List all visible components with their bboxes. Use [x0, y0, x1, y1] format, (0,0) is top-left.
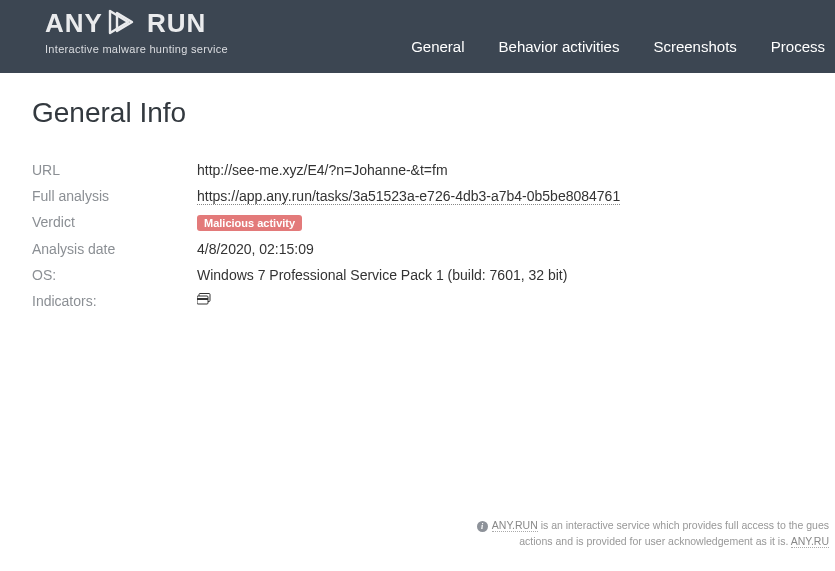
footer-text-1: is an interactive service which provides…: [538, 519, 829, 531]
value-indicators: [197, 288, 805, 314]
nav-behavior[interactable]: Behavior activities: [499, 38, 620, 55]
value-verdict: Malicious activity: [197, 209, 805, 236]
nav-process[interactable]: Process: [771, 38, 825, 55]
brand-any: ANY: [45, 8, 103, 39]
footer-disclaimer: i ANY.RUN is an interactive service whic…: [0, 518, 835, 550]
svg-rect-4: [197, 298, 208, 300]
row-full-analysis: Full analysis https://app.any.run/tasks/…: [32, 183, 805, 209]
brand-run: RUN: [147, 8, 206, 39]
row-analysis-date: Analysis date 4/8/2020, 02:15:09: [32, 236, 805, 262]
label-verdict: Verdict: [32, 209, 197, 236]
label-indicators: Indicators:: [32, 288, 197, 314]
info-icon: i: [477, 521, 488, 532]
footer-brand-link-1[interactable]: ANY.RUN: [492, 519, 538, 532]
row-indicators: Indicators:: [32, 288, 805, 314]
nav-general[interactable]: General: [411, 38, 464, 55]
page-title: General Info: [32, 97, 805, 129]
play-logo-icon: [108, 9, 142, 38]
label-full-analysis: Full analysis: [32, 183, 197, 209]
row-os: OS: Windows 7 Professional Service Pack …: [32, 262, 805, 288]
credit-card-icon: [197, 293, 212, 309]
brand-block[interactable]: ANY RUN Interactive malware hunting serv…: [45, 8, 228, 55]
app-header: ANY RUN Interactive malware hunting serv…: [0, 0, 835, 73]
verdict-badge: Malicious activity: [197, 215, 302, 231]
brand-logo: ANY RUN: [45, 8, 228, 39]
content-area: General Info URL http://see-me.xyz/E4/?n…: [0, 73, 835, 314]
value-analysis-date: 4/8/2020, 02:15:09: [197, 236, 805, 262]
row-url: URL http://see-me.xyz/E4/?n=Johanne-&t=f…: [32, 157, 805, 183]
label-url: URL: [32, 157, 197, 183]
full-analysis-link[interactable]: https://app.any.run/tasks/3a51523a-e726-…: [197, 188, 620, 205]
nav-screenshots[interactable]: Screenshots: [653, 38, 736, 55]
row-verdict: Verdict Malicious activity: [32, 209, 805, 236]
svg-marker-1: [117, 13, 132, 31]
label-os: OS:: [32, 262, 197, 288]
general-info-table: URL http://see-me.xyz/E4/?n=Johanne-&t=f…: [32, 157, 805, 314]
value-url: http://see-me.xyz/E4/?n=Johanne-&t=fm: [197, 157, 805, 183]
footer-brand-link-2[interactable]: ANY.RU: [791, 535, 829, 548]
value-full-analysis: https://app.any.run/tasks/3a51523a-e726-…: [197, 183, 805, 209]
label-analysis-date: Analysis date: [32, 236, 197, 262]
value-os: Windows 7 Professional Service Pack 1 (b…: [197, 262, 805, 288]
main-nav: General Behavior activities Screenshots …: [411, 38, 835, 55]
brand-tagline: Interactive malware hunting service: [45, 43, 228, 55]
footer-text-2: actions and is provided for user acknowl…: [519, 535, 790, 547]
